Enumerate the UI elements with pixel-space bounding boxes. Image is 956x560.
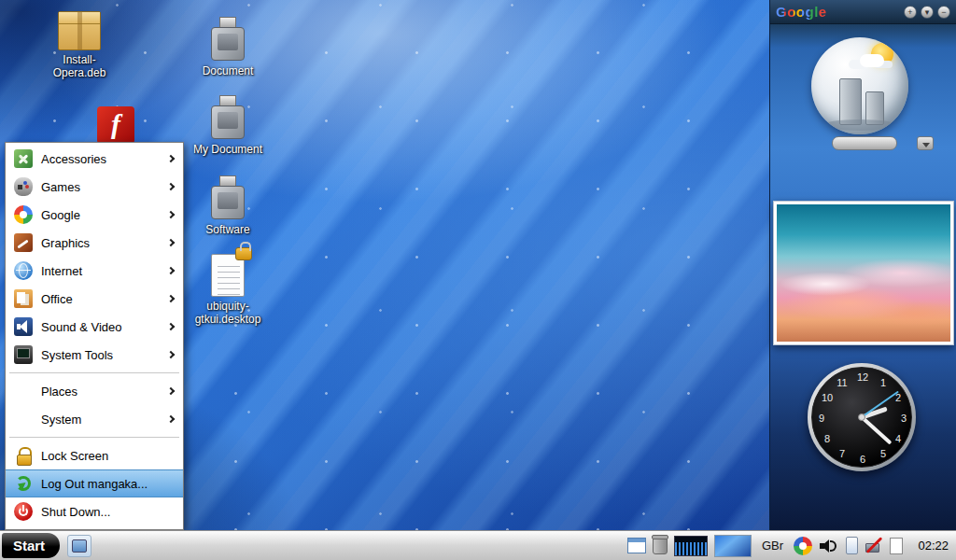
flash-icon xyxy=(97,106,134,144)
lock-icon xyxy=(14,446,33,465)
sidebar-menu-button[interactable]: ▾ xyxy=(921,6,934,19)
menu-separator xyxy=(9,372,179,373)
cloud-icon xyxy=(860,54,884,67)
weather-snowglobe xyxy=(811,37,908,134)
clock-gadget[interactable]: 12 1 2 3 4 5 6 7 8 9 10 11 xyxy=(808,363,916,471)
menu-item-label: Accessories xyxy=(41,152,106,166)
minimize-sidebar-button[interactable]: − xyxy=(937,6,950,19)
file-manager-icon xyxy=(72,539,87,553)
volume-tray-icon[interactable] xyxy=(819,538,839,554)
menu-item-label: Office xyxy=(41,292,73,306)
browser-tray-icon[interactable] xyxy=(794,537,812,555)
submenu-arrow-icon xyxy=(167,415,175,423)
sidebar-header: Google + ▾ − xyxy=(770,0,956,24)
usb-drive-icon xyxy=(207,175,248,220)
menu-item-label: Places xyxy=(41,385,77,399)
clock-number: 10 xyxy=(822,392,833,403)
menu-item-internet[interactable]: Internet xyxy=(6,257,183,285)
clock-number: 4 xyxy=(895,433,901,444)
menu-item-office[interactable]: Office xyxy=(6,285,183,313)
menu-item-label: Lock Screen xyxy=(41,449,108,463)
taskbar: Start GBr 02:22 xyxy=(0,530,956,560)
office-icon xyxy=(14,289,33,308)
submenu-arrow-icon xyxy=(167,239,175,246)
weather-expand-button[interactable] xyxy=(917,136,934,150)
taskbar-clock[interactable]: 02:22 xyxy=(913,539,949,553)
menu-item-accessories[interactable]: Accessories xyxy=(6,145,183,173)
desktop-icon-install-opera[interactable]: Install-Opera.deb xyxy=(40,11,119,80)
weather-gadget[interactable] xyxy=(770,30,956,179)
desktop-icon-label: Software xyxy=(189,224,267,237)
start-menu: Accessories Games Google Graphics Intern… xyxy=(5,142,184,530)
menu-item-label: Google xyxy=(41,208,80,222)
clock-number: 6 xyxy=(860,454,865,465)
screenshot-tray-icon[interactable] xyxy=(627,538,646,553)
logout-icon xyxy=(14,474,33,493)
desktop-icon-my-document[interactable]: My Document xyxy=(189,95,267,157)
audio-spectrum-applet[interactable] xyxy=(674,536,708,556)
menu-item-shut-down[interactable]: Shut Down... xyxy=(6,497,183,525)
blank-icon xyxy=(14,410,33,428)
minute-hand xyxy=(861,416,893,445)
wallpaper-preview-applet[interactable] xyxy=(714,535,752,557)
menu-item-label: Sound & Video xyxy=(41,320,122,334)
clock-number: 9 xyxy=(819,413,824,424)
menu-item-sound-video[interactable]: Sound & Video xyxy=(6,313,183,341)
power-icon xyxy=(14,502,33,521)
photo-sky-image xyxy=(777,204,950,342)
speaker-icon xyxy=(14,317,33,336)
menu-item-google[interactable]: Google xyxy=(6,201,183,229)
menu-item-lock-screen[interactable]: Lock Screen xyxy=(6,441,183,469)
submenu-arrow-icon xyxy=(167,387,175,395)
google-gadgets-sidebar: Google + ▾ − 12 1 2 3 4 5 6 7 8 xyxy=(769,0,956,530)
network-disconnected-icon[interactable] xyxy=(865,537,883,554)
menu-item-games[interactable]: Games xyxy=(6,173,183,201)
photos-gadget[interactable] xyxy=(773,201,954,345)
menu-item-label: Internet xyxy=(41,264,82,278)
volume-wave xyxy=(830,540,836,552)
text-file-icon xyxy=(211,254,245,297)
desktop-icon-label: ubiquity-gtkui.desktop xyxy=(189,301,267,327)
lock-emblem-icon xyxy=(235,247,252,260)
submenu-arrow-icon xyxy=(167,211,175,218)
menu-item-places[interactable]: Places xyxy=(6,377,183,405)
add-gadget-button[interactable]: + xyxy=(904,6,917,19)
menu-item-system-tools[interactable]: System Tools xyxy=(6,341,183,369)
menu-item-system[interactable]: System xyxy=(6,405,183,433)
clock-center-cap xyxy=(858,413,865,421)
submenu-arrow-icon xyxy=(167,183,175,190)
globe-base xyxy=(832,136,897,150)
usb-drive-icon xyxy=(207,17,248,62)
google-icon xyxy=(14,205,33,224)
menu-item-label: Games xyxy=(41,180,80,194)
desktop-icon-document[interactable]: Document xyxy=(189,17,267,78)
menu-item-graphics[interactable]: Graphics xyxy=(6,229,183,257)
blank-icon xyxy=(14,382,33,400)
submenu-arrow-icon xyxy=(167,323,175,330)
clock-number: 11 xyxy=(836,377,847,388)
games-icon xyxy=(14,177,33,196)
clock-number: 8 xyxy=(824,433,830,444)
battery-tray-icon[interactable] xyxy=(846,537,858,554)
file-manager-button[interactable] xyxy=(67,535,91,557)
desktop-icon-label: My Document xyxy=(189,144,267,157)
menu-item-label: Log Out mangaka... xyxy=(41,477,148,491)
package-icon xyxy=(58,11,101,50)
terminal-icon xyxy=(14,345,33,364)
desktop-icon-software[interactable]: Software xyxy=(189,175,267,237)
submenu-arrow-icon xyxy=(167,267,175,274)
notes-tray-icon[interactable] xyxy=(890,538,903,554)
desktop-icon-label: Document xyxy=(189,65,267,78)
trash-tray-icon[interactable] xyxy=(653,537,668,554)
menu-separator xyxy=(9,437,179,438)
menu-item-label: Shut Down... xyxy=(41,505,110,519)
clock-face: 12 1 2 3 4 5 6 7 8 9 10 11 xyxy=(811,367,912,468)
start-button[interactable]: Start xyxy=(2,533,60,558)
graphics-icon xyxy=(14,233,33,252)
usb-drive-icon xyxy=(207,95,248,140)
clock-number: 7 xyxy=(839,448,845,459)
desktop-icon-label: Install-Opera.deb xyxy=(40,54,119,80)
menu-item-log-out[interactable]: Log Out mangaka... xyxy=(6,469,183,497)
keyboard-layout-indicator[interactable]: GBr xyxy=(762,539,783,553)
desktop-icon-ubiquity[interactable]: ubiquity-gtkui.desktop xyxy=(189,254,267,327)
